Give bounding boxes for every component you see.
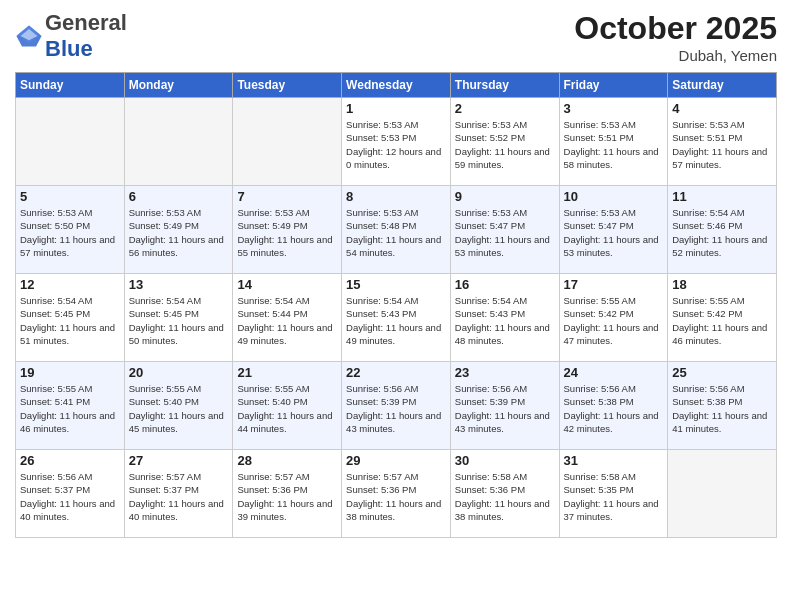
- calendar-cell: [16, 98, 125, 186]
- day-number: 13: [129, 277, 229, 292]
- calendar-cell: 23Sunrise: 5:56 AM Sunset: 5:39 PM Dayli…: [450, 362, 559, 450]
- logo: General Blue: [15, 10, 127, 62]
- day-number: 27: [129, 453, 229, 468]
- day-number: 9: [455, 189, 555, 204]
- day-number: 28: [237, 453, 337, 468]
- calendar-cell: 7Sunrise: 5:53 AM Sunset: 5:49 PM Daylig…: [233, 186, 342, 274]
- calendar-cell: 10Sunrise: 5:53 AM Sunset: 5:47 PM Dayli…: [559, 186, 668, 274]
- page-container: General Blue October 2025 Dubah, Yemen S…: [0, 0, 792, 548]
- calendar-cell: 22Sunrise: 5:56 AM Sunset: 5:39 PM Dayli…: [342, 362, 451, 450]
- day-number: 31: [564, 453, 664, 468]
- day-info: Sunrise: 5:54 AM Sunset: 5:46 PM Dayligh…: [672, 206, 772, 259]
- calendar-week-row: 5Sunrise: 5:53 AM Sunset: 5:50 PM Daylig…: [16, 186, 777, 274]
- day-number: 7: [237, 189, 337, 204]
- calendar-cell: 14Sunrise: 5:54 AM Sunset: 5:44 PM Dayli…: [233, 274, 342, 362]
- calendar-cell: 24Sunrise: 5:56 AM Sunset: 5:38 PM Dayli…: [559, 362, 668, 450]
- day-number: 15: [346, 277, 446, 292]
- day-info: Sunrise: 5:54 AM Sunset: 5:45 PM Dayligh…: [20, 294, 120, 347]
- day-info: Sunrise: 5:53 AM Sunset: 5:51 PM Dayligh…: [564, 118, 664, 171]
- day-info: Sunrise: 5:55 AM Sunset: 5:41 PM Dayligh…: [20, 382, 120, 435]
- calendar-cell: 9Sunrise: 5:53 AM Sunset: 5:47 PM Daylig…: [450, 186, 559, 274]
- day-number: 10: [564, 189, 664, 204]
- day-number: 2: [455, 101, 555, 116]
- day-number: 14: [237, 277, 337, 292]
- calendar-cell: 2Sunrise: 5:53 AM Sunset: 5:52 PM Daylig…: [450, 98, 559, 186]
- location: Dubah, Yemen: [574, 47, 777, 64]
- header: General Blue October 2025 Dubah, Yemen: [15, 10, 777, 64]
- calendar-cell: 15Sunrise: 5:54 AM Sunset: 5:43 PM Dayli…: [342, 274, 451, 362]
- calendar-cell: 18Sunrise: 5:55 AM Sunset: 5:42 PM Dayli…: [668, 274, 777, 362]
- day-info: Sunrise: 5:53 AM Sunset: 5:49 PM Dayligh…: [237, 206, 337, 259]
- day-info: Sunrise: 5:53 AM Sunset: 5:52 PM Dayligh…: [455, 118, 555, 171]
- day-info: Sunrise: 5:53 AM Sunset: 5:50 PM Dayligh…: [20, 206, 120, 259]
- day-info: Sunrise: 5:53 AM Sunset: 5:51 PM Dayligh…: [672, 118, 772, 171]
- day-number: 5: [20, 189, 120, 204]
- day-number: 23: [455, 365, 555, 380]
- day-info: Sunrise: 5:57 AM Sunset: 5:37 PM Dayligh…: [129, 470, 229, 523]
- day-number: 3: [564, 101, 664, 116]
- day-info: Sunrise: 5:55 AM Sunset: 5:40 PM Dayligh…: [237, 382, 337, 435]
- day-number: 8: [346, 189, 446, 204]
- weekday-header-monday: Monday: [124, 73, 233, 98]
- day-number: 26: [20, 453, 120, 468]
- day-info: Sunrise: 5:53 AM Sunset: 5:48 PM Dayligh…: [346, 206, 446, 259]
- day-info: Sunrise: 5:56 AM Sunset: 5:37 PM Dayligh…: [20, 470, 120, 523]
- calendar-cell: 13Sunrise: 5:54 AM Sunset: 5:45 PM Dayli…: [124, 274, 233, 362]
- calendar-week-row: 19Sunrise: 5:55 AM Sunset: 5:41 PM Dayli…: [16, 362, 777, 450]
- calendar-cell: 27Sunrise: 5:57 AM Sunset: 5:37 PM Dayli…: [124, 450, 233, 538]
- calendar-cell: [668, 450, 777, 538]
- day-number: 19: [20, 365, 120, 380]
- weekday-header-friday: Friday: [559, 73, 668, 98]
- weekday-header-wednesday: Wednesday: [342, 73, 451, 98]
- day-number: 20: [129, 365, 229, 380]
- day-number: 24: [564, 365, 664, 380]
- day-info: Sunrise: 5:53 AM Sunset: 5:47 PM Dayligh…: [564, 206, 664, 259]
- logo-icon: [15, 22, 43, 50]
- day-number: 6: [129, 189, 229, 204]
- day-info: Sunrise: 5:57 AM Sunset: 5:36 PM Dayligh…: [237, 470, 337, 523]
- calendar-table: SundayMondayTuesdayWednesdayThursdayFrid…: [15, 72, 777, 538]
- day-info: Sunrise: 5:56 AM Sunset: 5:39 PM Dayligh…: [346, 382, 446, 435]
- day-number: 21: [237, 365, 337, 380]
- day-info: Sunrise: 5:57 AM Sunset: 5:36 PM Dayligh…: [346, 470, 446, 523]
- calendar-cell: 8Sunrise: 5:53 AM Sunset: 5:48 PM Daylig…: [342, 186, 451, 274]
- calendar-cell: [233, 98, 342, 186]
- calendar-cell: 31Sunrise: 5:58 AM Sunset: 5:35 PM Dayli…: [559, 450, 668, 538]
- logo-general-text: General: [45, 10, 127, 35]
- calendar-cell: 12Sunrise: 5:54 AM Sunset: 5:45 PM Dayli…: [16, 274, 125, 362]
- day-info: Sunrise: 5:55 AM Sunset: 5:42 PM Dayligh…: [564, 294, 664, 347]
- day-number: 30: [455, 453, 555, 468]
- weekday-header-thursday: Thursday: [450, 73, 559, 98]
- calendar-cell: 29Sunrise: 5:57 AM Sunset: 5:36 PM Dayli…: [342, 450, 451, 538]
- calendar-cell: 5Sunrise: 5:53 AM Sunset: 5:50 PM Daylig…: [16, 186, 125, 274]
- calendar-cell: 26Sunrise: 5:56 AM Sunset: 5:37 PM Dayli…: [16, 450, 125, 538]
- day-info: Sunrise: 5:58 AM Sunset: 5:35 PM Dayligh…: [564, 470, 664, 523]
- calendar-week-row: 26Sunrise: 5:56 AM Sunset: 5:37 PM Dayli…: [16, 450, 777, 538]
- calendar-cell: 19Sunrise: 5:55 AM Sunset: 5:41 PM Dayli…: [16, 362, 125, 450]
- calendar-cell: 1Sunrise: 5:53 AM Sunset: 5:53 PM Daylig…: [342, 98, 451, 186]
- day-number: 11: [672, 189, 772, 204]
- day-number: 17: [564, 277, 664, 292]
- day-info: Sunrise: 5:53 AM Sunset: 5:47 PM Dayligh…: [455, 206, 555, 259]
- day-info: Sunrise: 5:53 AM Sunset: 5:49 PM Dayligh…: [129, 206, 229, 259]
- day-info: Sunrise: 5:54 AM Sunset: 5:45 PM Dayligh…: [129, 294, 229, 347]
- day-number: 1: [346, 101, 446, 116]
- day-number: 12: [20, 277, 120, 292]
- day-info: Sunrise: 5:54 AM Sunset: 5:43 PM Dayligh…: [455, 294, 555, 347]
- month-title: October 2025: [574, 10, 777, 47]
- calendar-cell: 28Sunrise: 5:57 AM Sunset: 5:36 PM Dayli…: [233, 450, 342, 538]
- day-number: 22: [346, 365, 446, 380]
- calendar-cell: 4Sunrise: 5:53 AM Sunset: 5:51 PM Daylig…: [668, 98, 777, 186]
- calendar-cell: 11Sunrise: 5:54 AM Sunset: 5:46 PM Dayli…: [668, 186, 777, 274]
- day-info: Sunrise: 5:54 AM Sunset: 5:44 PM Dayligh…: [237, 294, 337, 347]
- weekday-header-tuesday: Tuesday: [233, 73, 342, 98]
- calendar-cell: 25Sunrise: 5:56 AM Sunset: 5:38 PM Dayli…: [668, 362, 777, 450]
- day-number: 25: [672, 365, 772, 380]
- day-number: 16: [455, 277, 555, 292]
- day-info: Sunrise: 5:58 AM Sunset: 5:36 PM Dayligh…: [455, 470, 555, 523]
- day-number: 29: [346, 453, 446, 468]
- day-info: Sunrise: 5:54 AM Sunset: 5:43 PM Dayligh…: [346, 294, 446, 347]
- calendar-cell: 20Sunrise: 5:55 AM Sunset: 5:40 PM Dayli…: [124, 362, 233, 450]
- weekday-header-row: SundayMondayTuesdayWednesdayThursdayFrid…: [16, 73, 777, 98]
- day-info: Sunrise: 5:53 AM Sunset: 5:53 PM Dayligh…: [346, 118, 446, 171]
